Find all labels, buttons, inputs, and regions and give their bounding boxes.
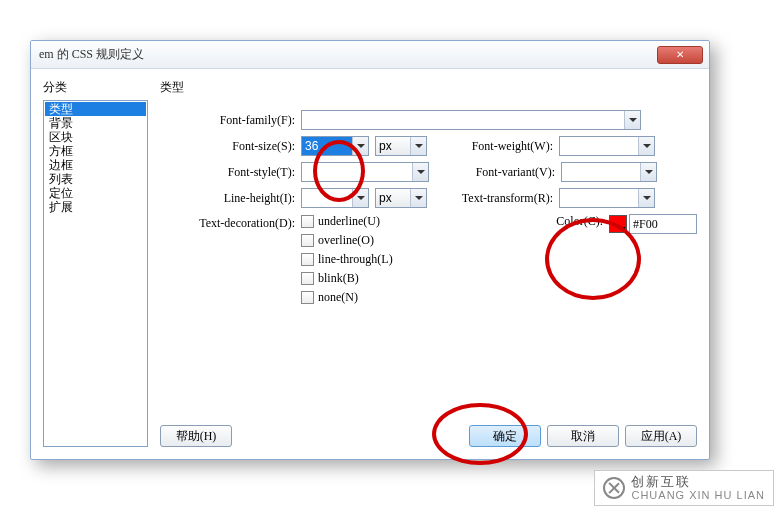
category-item-position[interactable]: 定位 bbox=[45, 186, 146, 200]
section-heading: 类型 bbox=[160, 79, 697, 96]
input-font-weight[interactable] bbox=[559, 136, 655, 156]
watermark-en: CHUANG XIN HU LIAN bbox=[631, 489, 765, 501]
dialog-body: 分类 类型 背景 区块 方框 边框 列表 定位 扩展 类型 Font-famil… bbox=[31, 69, 709, 459]
apply-button[interactable]: 应用(A) bbox=[625, 425, 697, 447]
color-field: #F00 bbox=[609, 214, 697, 234]
checkbox-icon bbox=[301, 272, 314, 285]
input-font-style[interactable] bbox=[301, 162, 429, 182]
category-item-box[interactable]: 方框 bbox=[45, 144, 146, 158]
input-line-height[interactable] bbox=[301, 188, 369, 208]
chevron-down-icon bbox=[638, 189, 654, 207]
input-text-transform[interactable] bbox=[559, 188, 655, 208]
close-icon: ✕ bbox=[676, 49, 684, 60]
label-font-weight: Font-weight(W): bbox=[433, 139, 553, 154]
label-text-decoration: Text-decoration(D): bbox=[160, 214, 295, 305]
chevron-down-icon bbox=[624, 111, 640, 129]
chevron-down-icon bbox=[410, 189, 426, 207]
label-font-style: Font-style(T): bbox=[160, 165, 295, 180]
label-text-transform: Text-transform(R): bbox=[433, 191, 553, 206]
label-line-height: Line-height(I): bbox=[160, 191, 295, 206]
properties-column: 类型 Font-family(F): Font-size(S): 36 bbox=[160, 79, 697, 447]
chevron-down-icon bbox=[352, 137, 368, 155]
titlebar: em 的 CSS 规则定义 ✕ bbox=[31, 41, 709, 69]
chevron-down-icon bbox=[352, 189, 368, 207]
input-color-hex[interactable]: #F00 bbox=[629, 214, 697, 234]
label-font-size: Font-size(S): bbox=[160, 139, 295, 154]
select-font-size-unit[interactable]: px bbox=[375, 136, 427, 156]
input-font-family[interactable] bbox=[301, 110, 641, 130]
input-font-variant[interactable] bbox=[561, 162, 657, 182]
chevron-down-icon bbox=[640, 163, 656, 181]
window-title: em 的 CSS 规则定义 bbox=[39, 46, 657, 63]
watermark: 创新互联 CHUANG XIN HU LIAN bbox=[594, 470, 774, 506]
category-column: 分类 类型 背景 区块 方框 边框 列表 定位 扩展 bbox=[43, 79, 148, 447]
button-row: 帮助(H) 确定 取消 应用(A) bbox=[160, 415, 697, 447]
category-heading: 分类 bbox=[43, 79, 148, 96]
select-line-height-unit[interactable]: px bbox=[375, 188, 427, 208]
decoration-options: underline(U) overline(O) line-through(L)… bbox=[301, 214, 393, 305]
row-font-family: Font-family(F): bbox=[160, 110, 697, 130]
category-item-background[interactable]: 背景 bbox=[45, 116, 146, 130]
input-font-size[interactable]: 36 bbox=[301, 136, 369, 156]
category-item-type[interactable]: 类型 bbox=[45, 102, 146, 116]
check-none[interactable]: none(N) bbox=[301, 290, 393, 305]
row-font-style-variant: Font-style(T): Font-variant(V): bbox=[160, 162, 697, 182]
check-overline[interactable]: overline(O) bbox=[301, 233, 393, 248]
category-item-border[interactable]: 边框 bbox=[45, 158, 146, 172]
label-font-variant: Font-variant(V): bbox=[435, 165, 555, 180]
checkbox-icon bbox=[301, 253, 314, 266]
category-item-list[interactable]: 列表 bbox=[45, 172, 146, 186]
row-decoration-color: Text-decoration(D): underline(U) overlin… bbox=[160, 214, 697, 305]
chevron-down-icon bbox=[412, 163, 428, 181]
help-button[interactable]: 帮助(H) bbox=[160, 425, 232, 447]
chevron-down-icon bbox=[638, 137, 654, 155]
check-line-through[interactable]: line-through(L) bbox=[301, 252, 393, 267]
label-color: Color(C): bbox=[507, 214, 603, 229]
check-underline[interactable]: underline(U) bbox=[301, 214, 393, 229]
ok-button[interactable]: 确定 bbox=[469, 425, 541, 447]
watermark-cn: 创新互联 bbox=[631, 475, 765, 489]
checkbox-icon bbox=[301, 234, 314, 247]
form-area: Font-family(F): Font-size(S): 36 px bbox=[160, 110, 697, 415]
category-item-extension[interactable]: 扩展 bbox=[45, 200, 146, 214]
category-listbox[interactable]: 类型 背景 区块 方框 边框 列表 定位 扩展 bbox=[43, 100, 148, 447]
chevron-down-icon bbox=[410, 137, 426, 155]
row-line-height-transform: Line-height(I): px Text-transform(R): bbox=[160, 188, 697, 208]
label-font-family: Font-family(F): bbox=[160, 113, 295, 128]
watermark-logo-icon bbox=[603, 477, 625, 499]
color-swatch[interactable] bbox=[609, 215, 627, 233]
category-item-block[interactable]: 区块 bbox=[45, 130, 146, 144]
checkbox-icon bbox=[301, 215, 314, 228]
close-button[interactable]: ✕ bbox=[657, 46, 703, 64]
check-blink[interactable]: blink(B) bbox=[301, 271, 393, 286]
row-font-size-weight: Font-size(S): 36 px Font-weight(W): bbox=[160, 136, 697, 156]
checkbox-icon bbox=[301, 291, 314, 304]
cancel-button[interactable]: 取消 bbox=[547, 425, 619, 447]
dialog-window: em 的 CSS 规则定义 ✕ 分类 类型 背景 区块 方框 边框 列表 定位 … bbox=[30, 40, 710, 460]
